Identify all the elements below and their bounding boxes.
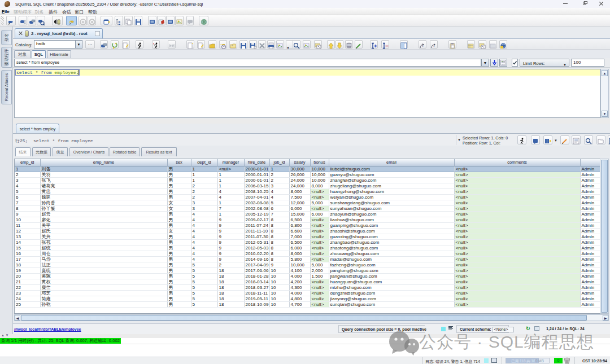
svg-text:°: ° xyxy=(422,45,424,49)
svg-text:°: ° xyxy=(433,45,435,49)
